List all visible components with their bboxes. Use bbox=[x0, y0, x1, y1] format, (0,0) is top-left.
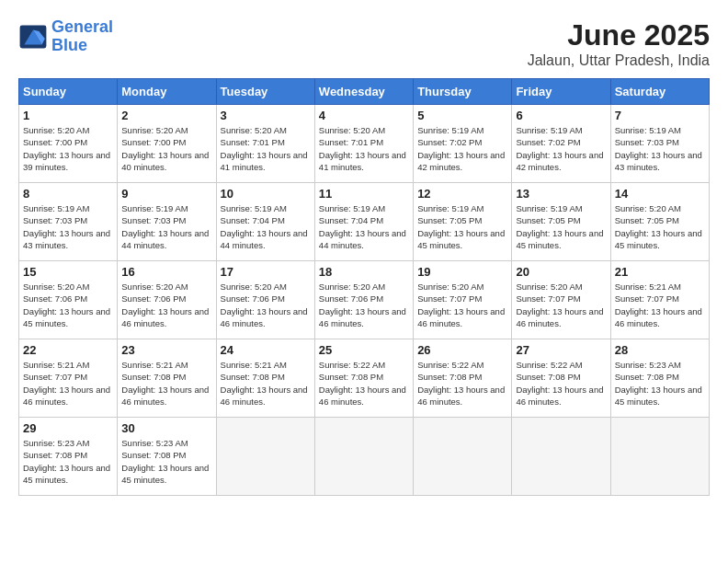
table-row: 24 Sunrise: 5:21 AM Sunset: 7:08 PM Dayl… bbox=[216, 339, 314, 418]
day-number: 7 bbox=[615, 109, 705, 122]
day-number: 21 bbox=[615, 265, 705, 279]
day-info: Sunrise: 5:22 AM Sunset: 7:08 PM Dayligh… bbox=[319, 359, 409, 408]
day-info: Sunrise: 5:19 AM Sunset: 7:04 PM Dayligh… bbox=[319, 202, 409, 251]
day-number: 12 bbox=[417, 187, 507, 201]
day-info: Sunrise: 5:19 AM Sunset: 7:04 PM Dayligh… bbox=[221, 202, 311, 251]
table-row: 10 Sunrise: 5:19 AM Sunset: 7:04 PM Dayl… bbox=[216, 183, 314, 261]
table-row: 26 Sunrise: 5:22 AM Sunset: 7:08 PM Dayl… bbox=[414, 339, 512, 418]
day-info: Sunrise: 5:21 AM Sunset: 7:08 PM Dayligh… bbox=[121, 359, 211, 408]
day-info: Sunrise: 5:19 AM Sunset: 7:03 PM Dayligh… bbox=[121, 202, 211, 251]
logo-text: General Blue bbox=[51, 18, 113, 55]
day-number: 14 bbox=[615, 187, 705, 201]
day-number: 18 bbox=[319, 265, 409, 279]
calendar-week-row: 29 Sunrise: 5:23 AM Sunset: 7:08 PM Dayl… bbox=[19, 418, 710, 496]
day-number: 5 bbox=[417, 109, 507, 122]
table-row: 28 Sunrise: 5:23 AM Sunset: 7:08 PM Dayl… bbox=[610, 339, 709, 418]
day-number: 9 bbox=[121, 187, 211, 201]
calendar-week-row: 1 Sunrise: 5:20 AM Sunset: 7:00 PM Dayli… bbox=[19, 105, 710, 183]
day-info: Sunrise: 5:20 AM Sunset: 7:07 PM Dayligh… bbox=[516, 281, 606, 329]
day-info: Sunrise: 5:21 AM Sunset: 7:07 PM Dayligh… bbox=[23, 359, 113, 408]
header-saturday: Saturday bbox=[610, 79, 709, 105]
page-header: General Blue June 2025 Jalaun, Uttar Pra… bbox=[18, 18, 710, 69]
day-info: Sunrise: 5:20 AM Sunset: 7:06 PM Dayligh… bbox=[319, 281, 409, 329]
table-row bbox=[414, 418, 512, 496]
table-row bbox=[512, 418, 610, 496]
day-number: 25 bbox=[319, 343, 409, 357]
day-number: 26 bbox=[417, 343, 507, 357]
day-info: Sunrise: 5:21 AM Sunset: 7:08 PM Dayligh… bbox=[221, 359, 311, 408]
table-row: 22 Sunrise: 5:21 AM Sunset: 7:07 PM Dayl… bbox=[19, 339, 118, 418]
day-number: 10 bbox=[221, 187, 311, 201]
day-number: 17 bbox=[221, 265, 311, 279]
day-info: Sunrise: 5:19 AM Sunset: 7:05 PM Dayligh… bbox=[417, 202, 507, 251]
day-info: Sunrise: 5:20 AM Sunset: 7:06 PM Dayligh… bbox=[221, 281, 311, 329]
day-number: 23 bbox=[121, 343, 211, 357]
table-row: 3 Sunrise: 5:20 AM Sunset: 7:01 PM Dayli… bbox=[216, 105, 314, 183]
table-row: 5 Sunrise: 5:19 AM Sunset: 7:02 PM Dayli… bbox=[414, 105, 512, 183]
logo-icon bbox=[18, 24, 48, 50]
table-row: 30 Sunrise: 5:23 AM Sunset: 7:08 PM Dayl… bbox=[118, 418, 216, 496]
table-row: 9 Sunrise: 5:19 AM Sunset: 7:03 PM Dayli… bbox=[118, 183, 216, 261]
day-number: 22 bbox=[23, 343, 113, 357]
header-friday: Friday bbox=[512, 79, 610, 105]
title-area: June 2025 Jalaun, Uttar Pradesh, India bbox=[528, 18, 710, 69]
day-number: 1 bbox=[23, 109, 113, 122]
table-row: 21 Sunrise: 5:21 AM Sunset: 7:07 PM Dayl… bbox=[610, 261, 709, 339]
table-row: 20 Sunrise: 5:20 AM Sunset: 7:07 PM Dayl… bbox=[512, 261, 610, 339]
month-title: June 2025 bbox=[528, 18, 710, 52]
header-thursday: Thursday bbox=[414, 79, 512, 105]
day-number: 24 bbox=[221, 343, 311, 357]
table-row: 11 Sunrise: 5:19 AM Sunset: 7:04 PM Dayl… bbox=[314, 183, 413, 261]
day-info: Sunrise: 5:19 AM Sunset: 7:05 PM Dayligh… bbox=[516, 202, 606, 251]
table-row: 17 Sunrise: 5:20 AM Sunset: 7:06 PM Dayl… bbox=[216, 261, 314, 339]
day-info: Sunrise: 5:20 AM Sunset: 7:06 PM Dayligh… bbox=[121, 281, 211, 329]
table-row: 12 Sunrise: 5:19 AM Sunset: 7:05 PM Dayl… bbox=[414, 183, 512, 261]
table-row bbox=[610, 418, 709, 496]
table-row: 15 Sunrise: 5:20 AM Sunset: 7:06 PM Dayl… bbox=[19, 261, 118, 339]
day-info: Sunrise: 5:20 AM Sunset: 7:01 PM Dayligh… bbox=[221, 124, 311, 173]
day-info: Sunrise: 5:23 AM Sunset: 7:08 PM Dayligh… bbox=[121, 437, 211, 486]
day-number: 29 bbox=[23, 421, 113, 435]
table-row: 13 Sunrise: 5:19 AM Sunset: 7:05 PM Dayl… bbox=[512, 183, 610, 261]
table-row: 2 Sunrise: 5:20 AM Sunset: 7:00 PM Dayli… bbox=[118, 105, 216, 183]
table-row: 27 Sunrise: 5:22 AM Sunset: 7:08 PM Dayl… bbox=[512, 339, 610, 418]
day-info: Sunrise: 5:20 AM Sunset: 7:07 PM Dayligh… bbox=[417, 281, 507, 329]
table-row: 16 Sunrise: 5:20 AM Sunset: 7:06 PM Dayl… bbox=[118, 261, 216, 339]
day-info: Sunrise: 5:22 AM Sunset: 7:08 PM Dayligh… bbox=[417, 359, 507, 408]
calendar-week-row: 22 Sunrise: 5:21 AM Sunset: 7:07 PM Dayl… bbox=[19, 339, 710, 418]
day-info: Sunrise: 5:20 AM Sunset: 7:06 PM Dayligh… bbox=[23, 281, 113, 329]
header-tuesday: Tuesday bbox=[216, 79, 314, 105]
table-row: 8 Sunrise: 5:19 AM Sunset: 7:03 PM Dayli… bbox=[19, 183, 118, 261]
calendar-header-row: Sunday Monday Tuesday Wednesday Thursday… bbox=[19, 79, 710, 105]
day-info: Sunrise: 5:19 AM Sunset: 7:03 PM Dayligh… bbox=[615, 124, 705, 173]
day-info: Sunrise: 5:20 AM Sunset: 7:05 PM Dayligh… bbox=[615, 202, 705, 251]
calendar-table: Sunday Monday Tuesday Wednesday Thursday… bbox=[18, 78, 710, 496]
table-row: 25 Sunrise: 5:22 AM Sunset: 7:08 PM Dayl… bbox=[314, 339, 413, 418]
table-row: 29 Sunrise: 5:23 AM Sunset: 7:08 PM Dayl… bbox=[19, 418, 118, 496]
calendar-week-row: 8 Sunrise: 5:19 AM Sunset: 7:03 PM Dayli… bbox=[19, 183, 710, 261]
header-monday: Monday bbox=[118, 79, 216, 105]
day-number: 2 bbox=[121, 109, 211, 122]
day-number: 3 bbox=[221, 109, 311, 122]
day-info: Sunrise: 5:19 AM Sunset: 7:02 PM Dayligh… bbox=[417, 124, 507, 173]
day-number: 6 bbox=[516, 109, 606, 122]
header-wednesday: Wednesday bbox=[314, 79, 413, 105]
logo: General Blue bbox=[18, 18, 113, 55]
day-info: Sunrise: 5:23 AM Sunset: 7:08 PM Dayligh… bbox=[23, 437, 113, 486]
table-row: 18 Sunrise: 5:20 AM Sunset: 7:06 PM Dayl… bbox=[314, 261, 413, 339]
location-title: Jalaun, Uttar Pradesh, India bbox=[528, 52, 710, 69]
day-number: 16 bbox=[121, 265, 211, 279]
day-number: 28 bbox=[615, 343, 705, 357]
day-number: 15 bbox=[23, 265, 113, 279]
table-row bbox=[216, 418, 314, 496]
table-row: 14 Sunrise: 5:20 AM Sunset: 7:05 PM Dayl… bbox=[610, 183, 709, 261]
day-info: Sunrise: 5:23 AM Sunset: 7:08 PM Dayligh… bbox=[615, 359, 705, 408]
table-row: 7 Sunrise: 5:19 AM Sunset: 7:03 PM Dayli… bbox=[610, 105, 709, 183]
day-number: 30 bbox=[121, 421, 211, 435]
day-number: 20 bbox=[516, 265, 606, 279]
day-number: 8 bbox=[23, 187, 113, 201]
table-row: 1 Sunrise: 5:20 AM Sunset: 7:00 PM Dayli… bbox=[19, 105, 118, 183]
table-row bbox=[314, 418, 413, 496]
day-info: Sunrise: 5:20 AM Sunset: 7:00 PM Dayligh… bbox=[121, 124, 211, 173]
day-number: 4 bbox=[319, 109, 409, 122]
